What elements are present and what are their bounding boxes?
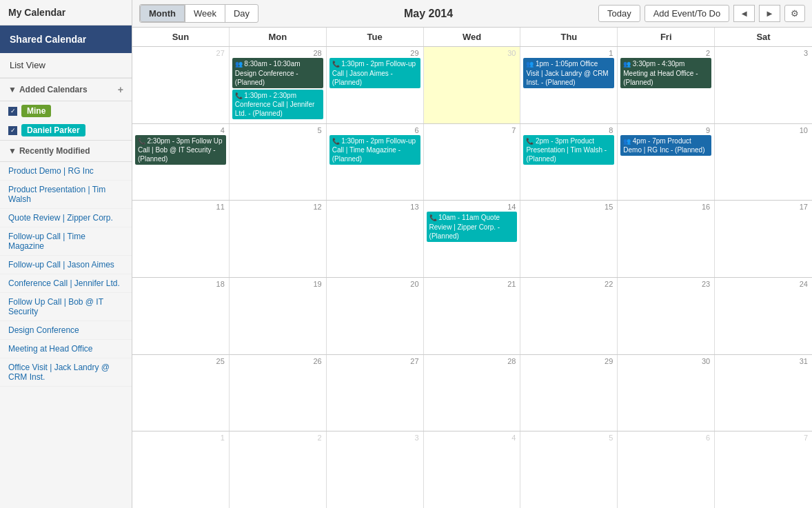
calendar-event[interactable]: 📞 2pm - 3pm Product Presentation | Tim W… <box>523 135 614 165</box>
calendar-cell[interactable]: 26 <box>230 355 327 431</box>
daniel-checkbox[interactable]: ✓ <box>8 126 17 135</box>
calendar-cell[interactable]: 31 <box>715 355 812 431</box>
calendar-event[interactable]: 📞 1:30pm - 2:30pm Conference Call | Jenn… <box>232 90 323 120</box>
calendar-cell[interactable]: 4📞 2:30pm - 3pm Follow Up Call | Bob @ I… <box>132 124 230 201</box>
add-calendar-button[interactable]: + <box>118 84 123 95</box>
cal-date-number: 4 <box>135 125 226 135</box>
cal-date-number: 27 <box>329 356 420 366</box>
calendar-cell[interactable]: 28 <box>424 355 521 431</box>
calendar-event[interactable]: 📞 10am - 11am Quote Review | Zipper Corp… <box>427 212 518 242</box>
settings-button[interactable]: ⚙ <box>784 5 805 22</box>
recently-modified-item[interactable]: Design Conference <box>0 321 132 340</box>
calendar-cell[interactable]: 29📞 1:30pm - 2pm Follow-up Call | Jason … <box>327 47 424 123</box>
calendar-cell[interactable]: 29 <box>520 355 618 431</box>
cal-date-number: 24 <box>718 279 809 289</box>
recently-modified-item[interactable]: Office Visit | Jack Landry @ CRM Inst. <box>0 358 132 387</box>
cal-date-number: 14 <box>427 202 518 212</box>
phone-icon: 📞 <box>332 138 342 145</box>
recently-modified-item[interactable]: Product Presentation | Tim Walsh <box>0 181 132 209</box>
cal-date-number: 7 <box>427 125 518 135</box>
recently-modified-item[interactable]: Conference Call | Jennifer Ltd. <box>0 274 132 293</box>
people-icon: 👥 <box>235 61 245 68</box>
calendar-cell[interactable]: 25 <box>132 355 230 431</box>
calendar-event[interactable]: 👥 1pm - 1:05pm Office Visit | Jack Landr… <box>523 58 614 88</box>
recently-modified-item[interactable]: Meeting at Head Office <box>0 340 132 358</box>
today-button[interactable]: Today <box>598 5 640 22</box>
recently-modified-item[interactable]: Follow-up Call | Jason Aimes <box>0 256 132 274</box>
calendar-cell[interactable]: 27 <box>132 47 230 123</box>
calendar-cell[interactable]: 12 <box>230 201 327 277</box>
calendar-event[interactable]: 📞 1:30pm - 2pm Follow-up Call | Jason Ai… <box>329 58 420 88</box>
cal-date-number: 8 <box>523 125 614 135</box>
tab-day[interactable]: Day <box>225 5 258 22</box>
mine-calendar-row: ✓ Mine <box>0 101 132 121</box>
calendar-week-3: 11121314📞 10am - 11am Quote Review | Zip… <box>132 201 812 278</box>
recently-modified-item[interactable]: Follow Up Call | Bob @ IT Security <box>0 293 132 321</box>
calendar-event[interactable]: 👥 3:30pm - 4:30pm Meeting at Head Office… <box>620 58 711 88</box>
cal-date-number: 20 <box>329 279 420 289</box>
calendar-cell[interactable]: 28👥 8:30am - 10:30am Design Conference -… <box>230 47 327 123</box>
calendar-cell[interactable]: 4 <box>424 431 521 508</box>
calendar-cell[interactable]: 3 <box>715 47 812 123</box>
calendar-event[interactable]: 👥 8:30am - 10:30am Design Conference - (… <box>232 58 323 88</box>
tab-week[interactable]: Week <box>185 5 225 22</box>
calendar-event[interactable]: 👥 4pm - 7pm Product Demo | RG Inc - (Pla… <box>620 135 711 156</box>
calendar-week-4: 18192021222324 <box>132 278 812 355</box>
mine-checkbox[interactable]: ✓ <box>8 107 17 116</box>
add-event-button[interactable]: Add Event/To Do <box>644 5 730 22</box>
calendar-cell[interactable]: 17 <box>715 201 812 277</box>
phone-icon: 📞 <box>235 92 245 99</box>
calendar-cell[interactable]: 7 <box>715 431 812 508</box>
calendar-cell[interactable]: 16 <box>618 201 715 277</box>
cal-date-number: 3 <box>718 48 809 58</box>
day-header-tue: Tue <box>327 28 424 46</box>
cal-date-number: 15 <box>523 202 614 212</box>
calendar-event[interactable]: 📞 1:30pm - 2pm Follow-up Call | Time Mag… <box>329 135 420 165</box>
calendar-cell[interactable]: 1 <box>132 431 230 508</box>
calendar-cell[interactable]: 3 <box>327 431 424 508</box>
calendar-cell[interactable]: 7 <box>424 124 521 201</box>
calendar-cell[interactable]: 20 <box>327 278 424 354</box>
list-view-nav[interactable]: List View <box>0 53 132 78</box>
calendar-cell[interactable]: 14📞 10am - 11am Quote Review | Zipper Co… <box>424 201 521 277</box>
calendar-cell[interactable]: 5 <box>520 431 618 508</box>
calendar-cell[interactable]: 2 <box>230 431 327 508</box>
cal-date-number: 4 <box>427 433 518 443</box>
calendar-cell[interactable]: 1👥 1pm - 1:05pm Office Visit | Jack Land… <box>520 47 618 123</box>
calendar-cell[interactable]: 10 <box>715 124 812 201</box>
cal-date-number: 2 <box>620 48 711 58</box>
calendar-cell[interactable]: 19 <box>230 278 327 354</box>
shared-calendar-nav[interactable]: Shared Calendar <box>0 26 132 53</box>
calendar-header: SunMonTueWedThuFriSat <box>132 28 812 47</box>
people-icon: 👥 <box>623 61 633 68</box>
calendar-cell[interactable]: 8📞 2pm - 3pm Product Presentation | Tim … <box>520 124 618 201</box>
calendar-cell[interactable]: 23 <box>618 278 715 354</box>
calendar-cell[interactable]: 22 <box>520 278 618 354</box>
calendar-cell[interactable]: 9👥 4pm - 7pm Product Demo | RG Inc - (Pl… <box>618 124 715 201</box>
cal-date-number: 2 <box>232 433 323 443</box>
calendar-cell[interactable]: 24 <box>715 278 812 354</box>
next-button[interactable]: ► <box>759 5 780 22</box>
calendar-cell[interactable]: 13 <box>327 201 424 277</box>
recently-modified-item[interactable]: Product Demo | RG Inc <box>0 162 132 181</box>
calendar-cell[interactable]: 5 <box>230 124 327 201</box>
calendar-cell[interactable]: 6📞 1:30pm - 2pm Follow-up Call | Time Ma… <box>327 124 424 201</box>
calendar-cell[interactable]: 30 <box>424 47 521 123</box>
prev-button[interactable]: ◄ <box>733 5 755 22</box>
tab-month[interactable]: Month <box>140 5 185 22</box>
added-calendars-section: ▼ Added Calendars + <box>0 78 132 101</box>
calendar-grid: SunMonTueWedThuFriSat 2728👥 8:30am - 10:… <box>132 28 812 508</box>
phone-icon: 📞 <box>429 214 439 221</box>
calendar-cell[interactable]: 27 <box>327 355 424 431</box>
calendar-cell[interactable]: 6 <box>618 431 715 508</box>
calendar-cell[interactable]: 11 <box>132 201 230 277</box>
phone-icon: 📞 <box>138 138 148 145</box>
calendar-cell[interactable]: 2👥 3:30pm - 4:30pm Meeting at Head Offic… <box>618 47 715 123</box>
calendar-cell[interactable]: 30 <box>618 355 715 431</box>
calendar-event[interactable]: 📞 2:30pm - 3pm Follow Up Call | Bob @ IT… <box>135 135 226 165</box>
recently-modified-item[interactable]: Quote Review | Zipper Corp. <box>0 209 132 227</box>
calendar-cell[interactable]: 15 <box>520 201 618 277</box>
calendar-cell[interactable]: 21 <box>424 278 521 354</box>
recently-modified-item[interactable]: Follow-up Call | Time Magazine <box>0 227 132 256</box>
calendar-cell[interactable]: 18 <box>132 278 230 354</box>
